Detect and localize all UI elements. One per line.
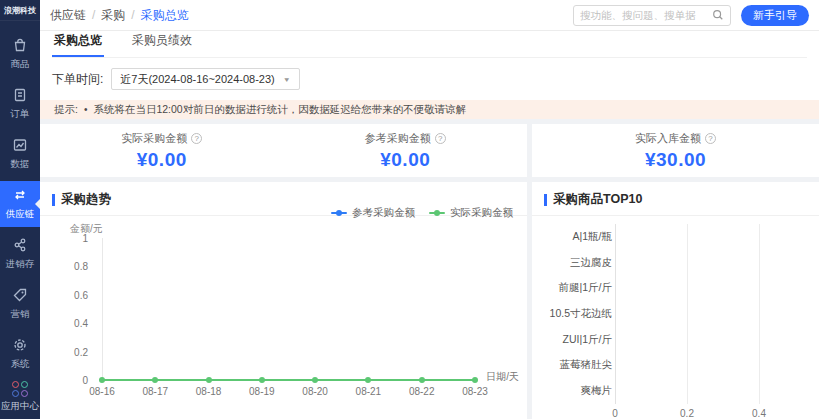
stat-reference-purchase: 参考采购金额 ? ¥0.00: [284, 131, 528, 171]
sidebar-item-label: 数据: [11, 158, 30, 171]
y-axis-ticks: 1 0.8 0.6 0.4 0.2 0: [62, 238, 96, 380]
x-tick: 08-16: [89, 386, 115, 397]
notice-prefix: 提示:: [54, 103, 78, 117]
orders-icon: [12, 87, 28, 105]
sidebar-item-label: 供应链: [6, 208, 35, 221]
bar-category: 前腿|1斤/斤: [540, 275, 612, 301]
bar-plot-area[interactable]: [615, 224, 817, 404]
data-icon: [12, 137, 28, 155]
sidebar-item-label: 商品: [11, 58, 30, 71]
x-tick: 08-23: [462, 386, 488, 397]
bar-category: 爽梅片: [540, 378, 612, 404]
sidebar-item-inventory[interactable]: 进销存: [0, 231, 40, 277]
data-point[interactable]: [419, 377, 425, 383]
purchase-stats-card: 实际采购金额 ? ¥0.00 参考采购金额 ? ¥0.00: [40, 124, 527, 177]
sidebar-item-system[interactable]: 系统: [0, 331, 40, 377]
order-time-label: 下单时间:: [52, 71, 103, 88]
y-tick: 0: [82, 375, 88, 386]
tabs-filter-section: 采购总览 采购员绩效 下单时间: 近7天(2024-08-16~2024-08-…: [40, 31, 819, 100]
data-point[interactable]: [152, 377, 158, 383]
bar-category: ZUI|1斤/斤: [540, 327, 612, 353]
date-range-value: 近7天(2024-08-16~2024-08-23): [120, 72, 274, 87]
x-tick: 08-18: [196, 386, 222, 397]
x-tick: 0.4: [752, 408, 766, 419]
sidebar-item-data[interactable]: 数据: [0, 131, 40, 177]
chart-title-row: 采购商品TOP10: [532, 182, 819, 216]
x-axis-label: 日期/天: [486, 370, 519, 384]
beginner-guide-button[interactable]: 新手引导: [741, 5, 809, 26]
y-tick: 0.6: [74, 289, 88, 300]
data-point[interactable]: [99, 377, 105, 383]
x-tick: 0.2: [680, 408, 694, 419]
sidebar-item-label: 营销: [11, 308, 30, 321]
sidebar-item-label: 系统: [11, 358, 30, 371]
y-tick: 0.8: [74, 261, 88, 272]
search-input[interactable]: [580, 9, 712, 21]
sidebar-item-orders[interactable]: 订单: [0, 81, 40, 127]
tab-bar: 采购总览 采购员绩效: [52, 31, 807, 58]
filter-row: 下单时间: 近7天(2024-08-16~2024-08-23) ▼: [52, 58, 807, 100]
breadcrumb-separator: /: [131, 8, 134, 22]
stat-value: ¥0.00: [380, 149, 430, 171]
search-icon: [712, 9, 724, 21]
supply-chain-icon: [12, 187, 28, 205]
y-axis-line: [102, 238, 103, 380]
y-tick: 1: [82, 233, 88, 244]
chart-legend: 参考采购金额 实际采购金额: [331, 206, 513, 220]
active-notch: [35, 199, 40, 209]
stat-value: ¥0.00: [137, 149, 187, 171]
bar-category: A|1瓶/瓶: [540, 224, 612, 250]
line-marker-icon: [429, 210, 445, 216]
help-icon[interactable]: ?: [191, 133, 202, 144]
sidebar-item-supply-chain[interactable]: 供应链: [0, 181, 40, 227]
y-tick: 0.2: [74, 346, 88, 357]
sidebar: 浪潮科技 商品 订单 数据 供应链 进销存 营销 系统: [0, 0, 40, 419]
notice-text: 系统将在当日12:00对前日的数据进行统计，因数据延迟给您带来的不便敬请谅解: [93, 103, 466, 117]
legend-reference-purchase[interactable]: 参考采购金额: [331, 206, 415, 220]
purchase-trend-chart-card: 采购趋势 参考采购金额 实际采购金额 金额/元 1 0.8 0.6 0.4 0.…: [40, 182, 527, 419]
title-accent-bar: [52, 194, 55, 206]
top-bar: 供应链 / 采购 / 采购总览 新手引导: [40, 0, 819, 31]
sidebar-item-goods[interactable]: 商品: [0, 31, 40, 77]
stat-actual-purchase: 实际采购金额 ? ¥0.00: [40, 131, 284, 171]
sidebar-item-label: 订单: [11, 108, 30, 121]
data-point[interactable]: [472, 377, 478, 383]
data-point[interactable]: [206, 377, 212, 383]
marketing-icon: [12, 287, 28, 305]
app-logo[interactable]: 浪潮科技: [0, 0, 40, 21]
sidebar-nav: 商品 订单 数据 供应链 进销存 营销 系统: [0, 31, 40, 381]
sidebar-item-app-center[interactable]: 应用中心: [0, 381, 40, 413]
x-tick: 08-17: [142, 386, 168, 397]
grid-line: [615, 224, 616, 404]
bar-x-axis-ticks: 0 0.2 0.4: [615, 408, 817, 419]
legend-label: 参考采购金额: [352, 206, 415, 220]
help-icon[interactable]: ?: [435, 133, 446, 144]
notice-bullet: •: [84, 104, 88, 115]
x-tick: 08-19: [249, 386, 275, 397]
data-point[interactable]: [365, 377, 371, 383]
global-search[interactable]: [573, 5, 731, 26]
stat-actual-inbound: 实际入库金额 ? ¥30.00: [532, 131, 819, 171]
data-point[interactable]: [259, 377, 265, 383]
tab-purchase-overview[interactable]: 采购总览: [52, 32, 104, 57]
date-range-select[interactable]: 近7天(2024-08-16~2024-08-23) ▼: [111, 68, 299, 90]
inbound-stats-card: 实际入库金额 ? ¥30.00: [532, 124, 819, 177]
system-icon: [12, 337, 28, 355]
x-tick: 08-20: [302, 386, 328, 397]
breadcrumb-item[interactable]: 供应链: [50, 7, 86, 24]
sidebar-item-marketing[interactable]: 营销: [0, 281, 40, 327]
data-point[interactable]: [312, 377, 318, 383]
notice-bar: 提示: • 系统将在当日12:00对前日的数据进行统计，因数据延迟给您带来的不便…: [40, 100, 819, 119]
chart-title: 采购商品TOP10: [553, 191, 642, 208]
line-plot-area[interactable]: [102, 238, 475, 380]
inventory-icon: [12, 237, 28, 255]
chevron-down-icon: ▼: [283, 75, 291, 82]
stats-row: 实际采购金额 ? ¥0.00 参考采购金额 ? ¥0.00 实际入库金额 ? ¥…: [40, 124, 819, 177]
app-center-icon: [12, 381, 28, 397]
legend-actual-purchase[interactable]: 实际采购金额: [429, 206, 513, 220]
breadcrumb-item[interactable]: 采购: [101, 7, 125, 24]
goods-icon: [12, 37, 28, 55]
help-icon[interactable]: ?: [705, 133, 716, 144]
tab-buyer-performance[interactable]: 采购员绩效: [130, 32, 194, 57]
grid-line: [687, 224, 688, 404]
